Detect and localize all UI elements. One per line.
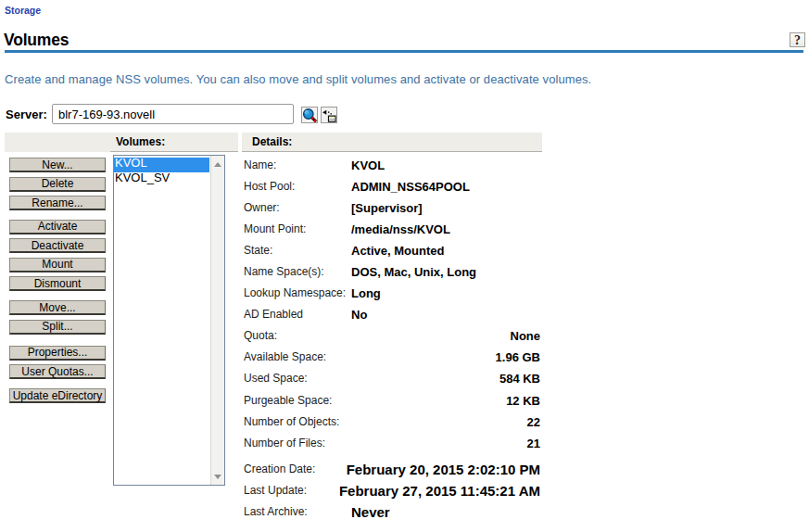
detail-row: Number of Files:21 <box>242 432 542 453</box>
detail-label: Last Update: <box>244 484 307 497</box>
help-button[interactable]: ? <box>790 32 805 47</box>
action-button-update-edirectory[interactable]: Update eDirectory <box>9 388 106 403</box>
volumes-header-band: Volumes: <box>110 133 238 152</box>
detail-row: Purgeable Space:12 KB <box>242 389 542 411</box>
action-button-rename[interactable]: Rename... <box>9 196 106 210</box>
detail-value: Active, Mounted <box>351 243 444 257</box>
action-button-mount[interactable]: Mount <box>9 258 106 272</box>
detail-row: AD EnabledNo <box>242 304 542 325</box>
volume-list-item-kvol_sv[interactable]: KVOL_SV <box>114 172 209 187</box>
detail-value: 1.96 GB <box>496 350 540 364</box>
detail-row: Host Pool:ADMIN_NSS64POOL <box>242 175 542 196</box>
detail-value: /media/nss/KVOL <box>351 222 450 235</box>
detail-value: No <box>351 308 367 322</box>
detail-value: 12 KB <box>506 393 540 407</box>
detail-label: Last Archive: <box>244 505 308 518</box>
detail-label: Owner: <box>244 201 280 214</box>
title-divider <box>5 50 803 52</box>
magnifier-icon <box>302 108 317 122</box>
action-button-properties[interactable]: Properties... <box>9 346 106 361</box>
detail-label: Creation Date: <box>244 462 315 475</box>
detail-value: Never <box>351 504 390 520</box>
scroll-down-icon[interactable] <box>214 475 221 479</box>
server-label: Server: <box>6 108 47 121</box>
details-panel: Name:KVOLHost Pool:ADMIN_NSS64POOLOwner:… <box>242 154 542 523</box>
page-description: Create and manage NSS volumes. You can a… <box>5 72 591 86</box>
detail-row: Last Archive:Never <box>242 501 542 523</box>
detail-label: Lookup Namespace: <box>244 286 346 299</box>
server-input[interactable] <box>52 104 294 124</box>
detail-label: Number of Files: <box>244 437 325 450</box>
detail-value: 21 <box>527 436 540 450</box>
detail-row: Name Space(s):DOS, Mac, Unix, Long <box>242 260 542 282</box>
detail-value: ADMIN_NSS64POOL <box>351 179 470 193</box>
detail-value: None <box>511 329 541 343</box>
action-button-move[interactable]: Move... <box>9 300 106 315</box>
detail-row: Last Update:February 27, 2015 11:45:21 A… <box>242 479 542 500</box>
detail-row: Used Space:584 KB <box>242 368 542 389</box>
detail-row: Name:KVOL <box>242 154 542 175</box>
detail-row: State:Active, Mounted <box>242 239 542 260</box>
detail-value: February 20, 2015 2:02:10 PM <box>347 461 540 476</box>
action-button-new[interactable]: New... <box>9 158 106 172</box>
buttons-header-band <box>5 133 110 152</box>
detail-label: Purgeable Space: <box>244 394 332 407</box>
object-history-button[interactable] <box>321 107 337 123</box>
detail-label: Mount Point: <box>244 222 306 235</box>
detail-row: Creation Date:February 20, 2015 2:02:10 … <box>242 458 542 479</box>
detail-label: Number of Objects: <box>244 415 339 428</box>
detail-value: February 27, 2015 11:45:21 AM <box>339 482 540 498</box>
detail-label: Name: <box>244 158 276 171</box>
volumes-list-scrollbar[interactable] <box>210 156 224 485</box>
detail-value: [Supervisor] <box>351 200 423 214</box>
detail-label: Host Pool: <box>244 180 295 193</box>
detail-value: 584 KB <box>499 372 540 386</box>
detail-label: Name Space(s): <box>244 265 324 278</box>
action-button-split[interactable]: Split... <box>9 320 106 335</box>
details-header-band: Details: <box>242 133 542 152</box>
object-selector-button[interactable] <box>301 107 318 123</box>
detail-row: Number of Objects:22 <box>242 411 542 432</box>
volumes-list: KVOLKVOL_SV <box>114 158 209 485</box>
detail-row: Available Space:1.96 GB <box>242 347 542 368</box>
action-button-delete[interactable]: Delete <box>9 177 106 192</box>
detail-label: Quota: <box>244 329 277 342</box>
detail-value: Long <box>351 286 381 300</box>
detail-row: Owner:[Supervisor] <box>242 196 542 218</box>
detail-value: 22 <box>527 414 540 428</box>
page-title: Volumes <box>4 31 69 50</box>
detail-label: AD Enabled <box>244 308 303 321</box>
detail-label: Used Space: <box>244 372 308 385</box>
detail-row: Mount Point:/media/nss/KVOL <box>242 218 542 239</box>
storage-volumes-page: Storage Volumes ? Create and manage NSS … <box>0 0 809 532</box>
action-button-dismount[interactable]: Dismount <box>9 276 106 291</box>
detail-value: DOS, Mac, Unix, Long <box>351 265 476 279</box>
volumes-listbox[interactable]: KVOLKVOL_SV <box>113 155 225 486</box>
scroll-up-icon[interactable] <box>214 162 221 167</box>
action-button-activate[interactable]: Activate <box>9 220 106 234</box>
breadcrumb-storage-link[interactable]: Storage <box>5 5 41 16</box>
volumes-header-label: Volumes: <box>116 135 165 148</box>
action-button-user-quotas[interactable]: User Quotas... <box>9 364 106 379</box>
detail-label: State: <box>244 244 272 257</box>
detail-row: Quota:None <box>242 325 542 347</box>
detail-label: Available Space: <box>244 350 326 363</box>
detail-row: Lookup Namespace:Long <box>242 283 542 304</box>
history-icon <box>322 108 336 122</box>
action-button-deactivate[interactable]: Deactivate <box>9 238 106 253</box>
detail-value: KVOL <box>351 158 385 171</box>
details-header-label: Details: <box>252 135 292 148</box>
